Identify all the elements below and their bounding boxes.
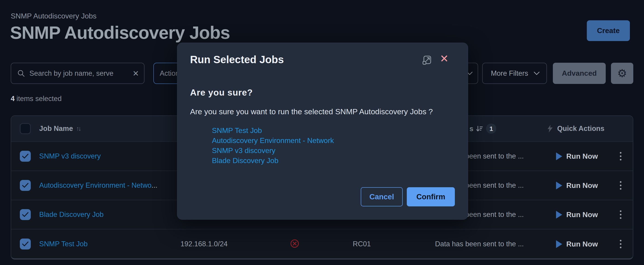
row-menu-button[interactable] xyxy=(618,151,623,162)
status-error-icon xyxy=(290,239,299,249)
row-menu-button[interactable] xyxy=(618,238,623,250)
page-title: SNMP Autodiscovery Jobs xyxy=(10,22,230,43)
selected-job-link[interactable]: SNMP Test Job xyxy=(212,125,334,135)
more-filters-dropdown[interactable]: More Filters xyxy=(482,63,547,84)
gear-icon: ⚙ xyxy=(617,68,627,79)
close-icon: ✕ xyxy=(440,53,449,65)
sorted-column-fragment: s xyxy=(470,125,473,133)
code-cell: RC01 xyxy=(353,240,371,248)
job-name-link[interactable]: Autodiscovery Environment - Netwo... xyxy=(39,181,158,189)
run-now-button[interactable]: Run Now xyxy=(556,210,598,219)
sort-icon[interactable]: ↑↓ xyxy=(76,125,80,132)
search-input[interactable] xyxy=(30,69,128,78)
chevron-down-icon xyxy=(534,72,540,75)
selected-jobs-list: SNMP Test Job Autodiscovery Environment … xyxy=(212,125,334,166)
sort-descending-icon[interactable] xyxy=(476,125,483,133)
selection-status: 4items selected xyxy=(11,95,62,103)
column-header-job-name[interactable]: Job Name ↑↓ xyxy=(39,125,80,133)
close-dialog-button[interactable]: ✕ xyxy=(440,53,449,64)
run-now-button[interactable]: Run Now xyxy=(556,240,598,248)
column-header-quick-actions: Quick Actions xyxy=(547,125,604,133)
checkbox-checked-icon[interactable] xyxy=(20,238,31,249)
row-checkbox[interactable] xyxy=(20,180,31,191)
row-menu-button[interactable] xyxy=(618,180,623,191)
search-box[interactable]: ✕ xyxy=(11,63,144,84)
confirm-question: Are you sure you want to run the selecte… xyxy=(190,107,433,116)
column-header-sorted[interactable]: s 1 xyxy=(470,124,496,134)
play-icon xyxy=(556,181,562,189)
confirm-heading: Are you sure? xyxy=(190,88,253,98)
row-checkbox[interactable] xyxy=(20,151,31,162)
snmp-autodiscovery-jobs-page: SNMP Autodiscovery Jobs SNMP Autodiscove… xyxy=(0,0,644,265)
job-name-link[interactable]: Blade Discovery Job xyxy=(39,210,104,219)
subnet-cell: 192.168.1.0/24 xyxy=(180,240,228,248)
play-icon xyxy=(556,240,562,248)
sort-priority-badge: 1 xyxy=(486,124,496,134)
search-icon xyxy=(17,69,25,78)
table-row: SNMP Test Job 192.168.1.0/24 RC01 Data h… xyxy=(11,229,633,258)
select-all-checkbox[interactable] xyxy=(20,123,31,134)
breadcrumb[interactable]: SNMP Autodiscovery Jobs xyxy=(11,12,96,20)
selection-label: items selected xyxy=(16,95,62,103)
row-checkbox[interactable] xyxy=(20,209,31,220)
play-icon xyxy=(556,211,562,218)
checkbox-checked-icon[interactable] xyxy=(20,180,31,191)
selected-job-link[interactable]: Blade Discovery Job xyxy=(212,156,334,166)
lightning-bolt-icon xyxy=(547,125,554,133)
row-menu-button[interactable] xyxy=(618,209,623,220)
job-name-link[interactable]: SNMP Test Job xyxy=(39,240,88,248)
row-checkbox[interactable] xyxy=(20,238,31,249)
run-selected-jobs-dialog: Run Selected Jobs ✕ Are you sure? Are yo… xyxy=(177,43,468,220)
expand-icon xyxy=(422,55,432,66)
job-name-link[interactable]: SNMP v3 discovery xyxy=(39,152,101,160)
run-now-button[interactable]: Run Now xyxy=(556,152,598,161)
confirm-button[interactable]: Confirm xyxy=(407,187,455,206)
dialog-title: Run Selected Jobs xyxy=(190,53,284,66)
play-icon xyxy=(556,152,562,160)
selected-job-link[interactable]: SNMP v3 discovery xyxy=(212,145,334,156)
selection-count: 4 xyxy=(11,95,14,103)
cancel-button[interactable]: Cancel xyxy=(361,187,403,206)
run-now-button[interactable]: Run Now xyxy=(556,181,598,190)
message-cell: Data has been sent to the ... xyxy=(435,240,524,248)
advanced-button[interactable]: Advanced xyxy=(553,63,606,84)
checkbox-unchecked-icon[interactable] xyxy=(20,123,31,134)
checkbox-checked-icon[interactable] xyxy=(20,151,31,162)
checkbox-checked-icon[interactable] xyxy=(20,209,31,220)
expand-dialog-button[interactable] xyxy=(422,55,432,66)
create-button[interactable]: Create xyxy=(587,20,630,41)
selected-job-link[interactable]: Autodiscovery Environment - Network xyxy=(212,135,334,145)
more-filters-label: More Filters xyxy=(491,69,528,78)
clear-search-icon[interactable]: ✕ xyxy=(133,70,139,77)
settings-button[interactable]: ⚙ xyxy=(611,63,633,84)
